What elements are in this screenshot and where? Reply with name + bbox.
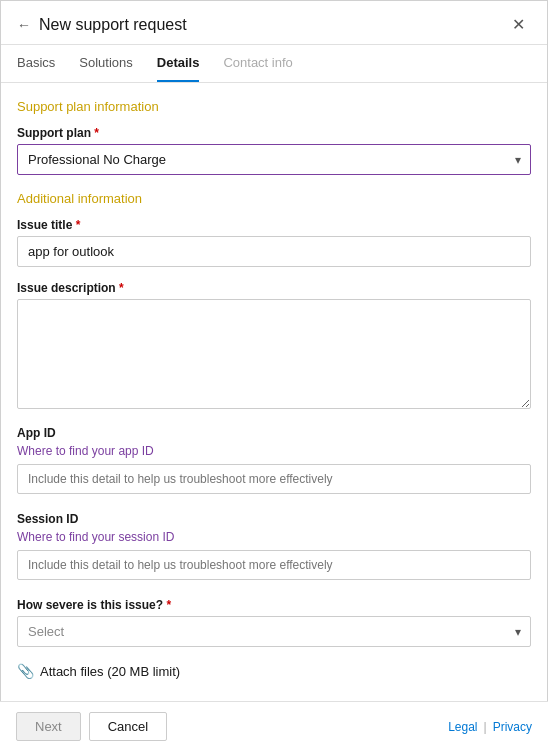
cancel-button[interactable]: Cancel	[89, 712, 167, 741]
severity-wrapper: Select Critical Moderate Minimal ▾	[17, 616, 531, 647]
support-plan-label: Support plan	[17, 126, 531, 140]
issue-title-input[interactable]	[17, 236, 531, 267]
dialog-header: ← New support request ✕	[1, 1, 547, 45]
attach-files-row[interactable]: 📎 Attach files (20 MB limit)	[17, 663, 531, 679]
app-id-section: App ID Where to find your app ID	[17, 426, 531, 508]
issue-title-label: Issue title	[17, 218, 531, 232]
app-id-input[interactable]	[17, 464, 531, 494]
footer-separator: |	[484, 720, 487, 734]
footer-actions: Next Cancel	[16, 712, 167, 741]
dialog-footer: Next Cancel Legal | Privacy	[0, 701, 548, 751]
app-id-label: App ID	[17, 426, 531, 440]
session-id-link[interactable]: Where to find your session ID	[17, 530, 531, 544]
next-button[interactable]: Next	[16, 712, 81, 741]
header-left: ← New support request	[17, 16, 187, 34]
support-plan-section: Support plan information Support plan Pr…	[17, 99, 531, 175]
session-id-section: Session ID Where to find your session ID	[17, 512, 531, 594]
severity-section: How severe is this issue? Select Critica…	[17, 598, 531, 647]
tab-solutions[interactable]: Solutions	[79, 45, 132, 82]
tab-bar: Basics Solutions Details Contact info	[1, 45, 547, 83]
support-plan-wrapper: Professional No Charge ▾	[17, 144, 531, 175]
privacy-link[interactable]: Privacy	[493, 720, 532, 734]
issue-description-label: Issue description	[17, 281, 531, 295]
tab-details[interactable]: Details	[157, 45, 200, 82]
paperclip-icon: 📎	[17, 663, 34, 679]
additional-info-title: Additional information	[17, 191, 531, 206]
attach-files-label: Attach files (20 MB limit)	[40, 664, 180, 679]
severity-label: How severe is this issue?	[17, 598, 531, 612]
session-id-label: Session ID	[17, 512, 531, 526]
app-id-link[interactable]: Where to find your app ID	[17, 444, 531, 458]
support-plan-section-title: Support plan information	[17, 99, 531, 114]
legal-link[interactable]: Legal	[448, 720, 477, 734]
support-plan-select[interactable]: Professional No Charge	[17, 144, 531, 175]
tab-basics[interactable]: Basics	[17, 45, 55, 82]
severity-select[interactable]: Select Critical Moderate Minimal	[17, 616, 531, 647]
tab-contact-info: Contact info	[223, 45, 292, 82]
dialog-title: New support request	[39, 16, 187, 34]
session-id-input[interactable]	[17, 550, 531, 580]
additional-info-section: Additional information Issue title Issue…	[17, 191, 531, 679]
footer-links: Legal | Privacy	[448, 720, 532, 734]
main-content: Support plan information Support plan Pr…	[1, 83, 547, 714]
close-button[interactable]: ✕	[506, 13, 531, 36]
back-button[interactable]: ←	[17, 17, 31, 33]
issue-description-textarea[interactable]	[17, 299, 531, 409]
